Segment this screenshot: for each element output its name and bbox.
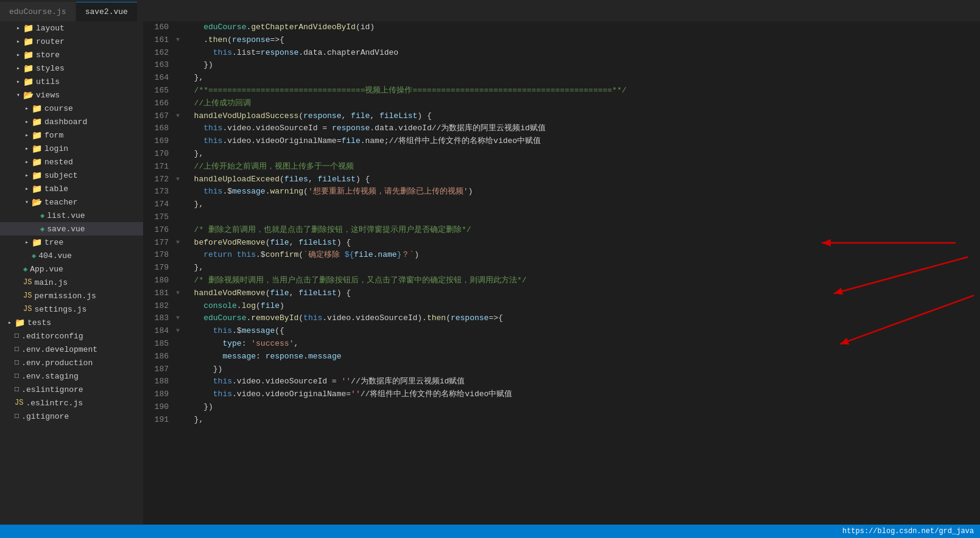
folder-arrow-login: ▸ <box>22 145 32 152</box>
fold-btn-177[interactable]: ▼ <box>174 237 182 250</box>
code-row-186: 186 message: response.message <box>143 351 980 363</box>
sidebar-item-env-production[interactable]: □.env.production <box>0 356 143 369</box>
code-row-172: 172▼ handleUploadExceed(files, fileList)… <box>143 173 980 186</box>
sidebar-item-router[interactable]: ▸📁router <box>0 35 143 48</box>
code-text-182: console.log(file) <box>182 300 980 313</box>
sidebar-item-eslintignore[interactable]: □.eslintignore <box>0 383 143 396</box>
sidebar-item-views[interactable]: ▾📂views <box>0 88 143 102</box>
code-text-165: /**=================================视频上传… <box>182 85 980 97</box>
sidebar-item-layout[interactable]: ▸📁layout <box>0 21 143 35</box>
line-number-178: 178 <box>143 249 174 262</box>
line-number-183: 183 <box>143 312 174 325</box>
sidebar-item-settings-js[interactable]: JSsettings.js <box>0 302 143 316</box>
tab-save2vue[interactable]: save2.vue <box>76 2 137 21</box>
fold-btn-184[interactable]: ▼ <box>174 325 182 338</box>
code-text-176: /* 删除之前调用，也就是点击了删除按钮，这时弹窗提示用户是否确定删除*/ <box>182 224 980 237</box>
sidebar-item-nested[interactable]: ▸📁nested <box>0 155 143 169</box>
sidebar-item-store[interactable]: ▸📁store <box>0 48 143 61</box>
folder-arrow-store: ▸ <box>13 51 23 58</box>
code-text-172: handleUploadExceed(files, fileList) { <box>182 173 980 186</box>
sidebar-item-env-staging[interactable]: □.env.staging <box>0 369 143 383</box>
sidebar-item-course[interactable]: ▸📁course <box>0 102 143 115</box>
sidebar-item-form[interactable]: ▸📁form <box>0 128 143 142</box>
sidebar-item-404-vue[interactable]: ◈404.vue <box>0 249 143 262</box>
sidebar-item-gitignore[interactable]: □.gitignore <box>0 410 143 423</box>
folder-icon-tree: 📁 <box>32 237 42 248</box>
line-number-175: 175 <box>143 211 174 224</box>
code-text-168: this.video.videoSourceId = response.data… <box>182 122 980 135</box>
sidebar-item-main-js[interactable]: JSmain.js <box>0 276 143 289</box>
sidebar-item-table[interactable]: ▸📁table <box>0 182 143 195</box>
sidebar-item-label-list-vue: list.vue <box>47 211 85 220</box>
fold-btn-183[interactable]: ▼ <box>174 312 182 325</box>
fold-btn-188 <box>174 376 182 388</box>
code-row-176: 176 /* 删除之前调用，也就是点击了删除按钮，这时弹窗提示用户是否确定删除*… <box>143 224 980 237</box>
editor-container: 160 eduCourse.getChapterAndVideoById(id)… <box>143 21 980 525</box>
sidebar-item-subject[interactable]: ▸📁subject <box>0 169 143 182</box>
sidebar-item-tree[interactable]: ▸📁tree <box>0 236 143 249</box>
file-icon-gitignore: □ <box>15 412 19 421</box>
sidebar-item-label-course: course <box>44 104 73 113</box>
folder-arrow-utils: ▸ <box>13 78 23 85</box>
code-row-189: 189 this.video.videoOriginalName=''//将组件… <box>143 388 980 401</box>
sidebar-item-styles[interactable]: ▸📁styles <box>0 61 143 75</box>
sidebar-item-label-table: table <box>44 184 68 194</box>
code-row-167: 167▼ handleVodUploadSuccess(response, fi… <box>143 110 980 123</box>
fold-btn-182 <box>174 300 182 313</box>
folder-arrow-styles: ▸ <box>13 65 23 72</box>
fold-btn-168 <box>174 122 182 135</box>
folder-icon-router: 📁 <box>23 37 33 47</box>
sidebar-item-label-views: views <box>36 91 60 100</box>
code-text-187: }) <box>182 363 980 376</box>
fold-btn-167[interactable]: ▼ <box>174 110 182 123</box>
file-icon-app-vue: ◈ <box>23 265 27 274</box>
sidebar-item-label-env-production: .env.production <box>21 358 93 368</box>
sidebar-item-tests[interactable]: ▸📁tests <box>0 316 143 329</box>
folder-icon-store: 📁 <box>23 50 33 60</box>
fold-btn-171 <box>174 161 182 173</box>
tab-bar: eduCourse.js save2.vue <box>0 0 980 21</box>
code-text-189: this.video.videoOriginalName=''//将组件中上传文… <box>182 388 980 401</box>
sidebar-item-eslintrc-js[interactable]: JS.eslintrc.js <box>0 396 143 410</box>
sidebar-item-env-development[interactable]: □.env.development <box>0 343 143 356</box>
sidebar-item-dashboard[interactable]: ▸📁dashboard <box>0 115 143 128</box>
sidebar-item-label-tree: tree <box>44 238 63 247</box>
file-icon-eslintignore: □ <box>15 385 19 394</box>
fold-btn-181[interactable]: ▼ <box>174 287 182 300</box>
fold-btn-172[interactable]: ▼ <box>174 173 182 186</box>
sidebar-item-permission-js[interactable]: JSpermission.js <box>0 289 143 302</box>
fold-btn-164 <box>174 72 182 85</box>
sidebar-item-editorconfig[interactable]: □.editorconfig <box>0 329 143 343</box>
fold-btn-179 <box>174 262 182 274</box>
code-text-178: return this.$confirm(`确定移除 ${file.name}？… <box>182 249 980 262</box>
fold-btn-187 <box>174 363 182 376</box>
sidebar-item-login[interactable]: ▸📁login <box>0 142 143 155</box>
code-text-180: /* 删除视频时调用，当用户点击了删除按钮后，又点击了弹窗中的确定按钮，则调用此… <box>182 274 980 287</box>
folder-icon-nested: 📁 <box>32 157 42 167</box>
sidebar-item-label-env-development: .env.development <box>21 345 97 354</box>
code-text-169: this.video.videoOriginalName=file.name;/… <box>182 135 980 148</box>
sidebar-item-save-vue[interactable]: ◈save.vue <box>0 222 143 236</box>
sidebar-item-utils[interactable]: ▸📁utils <box>0 75 143 88</box>
code-text-177: beforeVodRemove(file, fileList) { <box>182 237 980 250</box>
tab-educourse[interactable]: eduCourse.js <box>0 2 76 21</box>
code-text-162: this.list=response.data.chapterAndVideo <box>182 47 980 60</box>
line-number-181: 181 <box>143 287 174 300</box>
line-number-184: 184 <box>143 325 174 338</box>
code-row-171: 171 //上传开始之前调用，视图上传多于一个视频 <box>143 161 980 173</box>
line-number-172: 172 <box>143 173 174 186</box>
code-text-161: .then(response=>{ <box>182 34 980 47</box>
sidebar-item-label-save-vue: save.vue <box>47 225 85 234</box>
code-text-175 <box>182 211 980 224</box>
sidebar-item-app-vue[interactable]: ◈App.vue <box>0 262 143 276</box>
sidebar-item-label-eslintignore: .eslintignore <box>21 385 83 394</box>
fold-btn-161[interactable]: ▼ <box>174 34 182 47</box>
folder-icon-layout: 📁 <box>23 23 33 33</box>
code-row-161: 161▼ .then(response=>{ <box>143 34 980 47</box>
fold-btn-165 <box>174 85 182 97</box>
line-number-185: 185 <box>143 338 174 351</box>
file-icon-env-development: □ <box>15 345 19 354</box>
code-row-183: 183▼ eduCourse.removeById(this.video.vid… <box>143 312 980 325</box>
sidebar-item-list-vue[interactable]: ◈list.vue <box>0 209 143 222</box>
sidebar-item-teacher[interactable]: ▾📂teacher <box>0 195 143 209</box>
